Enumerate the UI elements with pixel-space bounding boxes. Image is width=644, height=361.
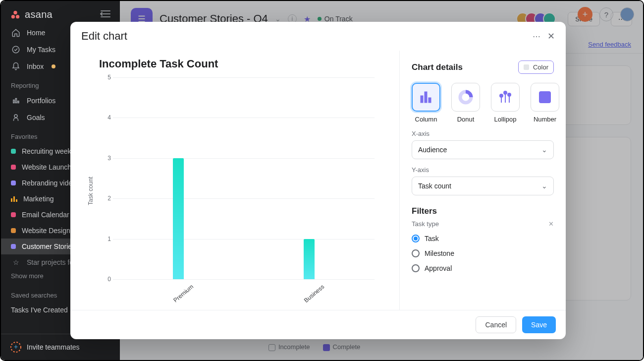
project-color-icon (11, 212, 16, 217)
y-axis-value: Task count (418, 182, 451, 190)
sidebar-favorite-label: Email Calendar (22, 211, 69, 219)
sidebar-favorite-label: Website Design (22, 227, 70, 235)
chart-preview: Incomplete Task Count Task count 012345P… (70, 51, 399, 310)
svg-rect-9 (18, 101, 19, 103)
chevron-down-icon: ⌄ (541, 146, 547, 154)
chart-details-panel: Chart details Color Column Donut Lollipo… (399, 51, 566, 310)
nav-home-label: Home (27, 29, 45, 37)
modal-header: Edit chart ⋯ ✕ (70, 22, 566, 51)
svg-text:+: + (14, 343, 18, 351)
chart-category-label: Premium (172, 283, 195, 304)
chart-details-title: Chart details (412, 62, 463, 72)
svg-rect-17 (425, 92, 427, 103)
portfolios-icon (11, 96, 21, 105)
svg-rect-18 (429, 98, 431, 103)
project-color-icon (11, 165, 16, 170)
chart-title: Incomplete Task Count (76, 56, 393, 75)
chart-category-label: Business (303, 283, 325, 304)
radio-task-label: Task (425, 235, 439, 242)
chart-bar[interactable]: Premium (113, 77, 244, 279)
modal-footer: Cancel Save (70, 310, 566, 339)
brand: asana (1, 1, 120, 24)
saved-search-label: Tasks I've Created (11, 306, 68, 314)
sidebar-favorite-label: Website Launch (22, 163, 71, 171)
check-circle-icon (11, 45, 21, 54)
svg-point-21 (500, 94, 503, 97)
project-color-icon (11, 149, 16, 154)
radio-milestone-label: Milestone (425, 249, 454, 257)
svg-point-23 (504, 91, 507, 94)
filter-name: Task type (412, 220, 439, 228)
chart-type-column-label: Column (415, 116, 437, 123)
chart-type-column[interactable]: Column (412, 83, 440, 123)
edit-chart-modal: Edit chart ⋯ ✕ Incomplete Task Count Tas… (70, 22, 566, 339)
radio-approval[interactable]: Approval (412, 264, 554, 272)
chart-canvas: Task count 012345PremiumBusiness (80, 75, 389, 306)
inbox-unread-dot-icon (52, 64, 55, 68)
radio-icon (412, 264, 420, 272)
color-swatch-icon (524, 64, 529, 70)
invite-icon: + (10, 341, 22, 353)
svg-point-1 (11, 15, 15, 18)
invite-label: Invite teammates (27, 343, 80, 351)
svg-point-0 (13, 10, 17, 14)
modal-title: Edit chart (81, 30, 127, 43)
svg-rect-26 (539, 92, 550, 103)
svg-point-25 (508, 93, 511, 96)
more-icon[interactable]: ⋯ (533, 32, 540, 41)
brand-name: asana (25, 9, 53, 20)
save-button[interactable]: Save (522, 316, 556, 333)
nav-portfolios-label: Portfolios (27, 97, 55, 105)
x-axis-select[interactable]: Audience ⌄ (412, 140, 554, 159)
chart-type-donut[interactable]: Donut (451, 83, 480, 123)
chart-type-number-label: Number (534, 116, 556, 123)
chart-type-number[interactable]: Number (531, 83, 559, 123)
radio-milestone[interactable]: Milestone (412, 249, 554, 257)
home-icon (11, 28, 21, 37)
star-outline-icon: ☆ (11, 258, 21, 266)
svg-rect-16 (421, 96, 423, 103)
color-button[interactable]: Color (518, 60, 554, 74)
bell-icon (11, 62, 21, 71)
sidebar-favorite-label: Customer Stories (22, 242, 75, 250)
svg-point-10 (14, 115, 17, 118)
project-color-icon (11, 228, 16, 233)
radio-approval-label: Approval (425, 264, 452, 272)
goals-icon (11, 113, 21, 122)
y-axis-label: Task count (87, 177, 94, 205)
x-axis-value: Audience (418, 146, 447, 154)
sidebar-collapse-icon[interactable] (100, 9, 111, 20)
svg-point-2 (16, 15, 19, 18)
y-axis-label: Y-axis (412, 166, 554, 174)
chart-type-picker: Column Donut Lollipop Number (412, 83, 554, 123)
svg-rect-7 (13, 100, 14, 103)
radio-task[interactable]: Task (412, 235, 554, 242)
nav-my-tasks-label: My Tasks (27, 46, 55, 54)
y-axis-select[interactable]: Task count ⌄ (412, 177, 554, 195)
chart-type-donut-label: Donut (457, 116, 475, 123)
chart-type-lollipop-label: Lollipop (494, 116, 517, 123)
x-axis-label: X-axis (412, 130, 554, 137)
project-color-icon (11, 196, 17, 202)
filters-heading: Filters (412, 206, 554, 216)
chart-bar[interactable]: Business (244, 77, 375, 279)
sidebar-favorite-label: Recruiting weekly (22, 147, 76, 155)
radio-icon (412, 249, 420, 257)
chart-type-lollipop[interactable]: Lollipop (491, 83, 520, 123)
chevron-down-icon: ⌄ (541, 182, 547, 190)
remove-filter-icon[interactable]: ✕ (548, 220, 554, 228)
sidebar-favorite-label: Marketing (23, 195, 54, 203)
sidebar-favorite-label: Rebranding video (22, 179, 76, 187)
cancel-button[interactable]: Cancel (476, 316, 516, 333)
radio-icon (412, 235, 420, 242)
close-icon[interactable]: ✕ (547, 31, 555, 42)
project-color-icon (11, 180, 16, 185)
asana-logo-icon (10, 9, 21, 20)
nav-inbox-label: Inbox (27, 62, 44, 70)
svg-rect-8 (15, 99, 16, 103)
color-button-label: Color (533, 63, 548, 71)
svg-point-6 (12, 46, 19, 53)
nav-goals-label: Goals (27, 114, 45, 121)
project-color-icon (11, 244, 16, 249)
